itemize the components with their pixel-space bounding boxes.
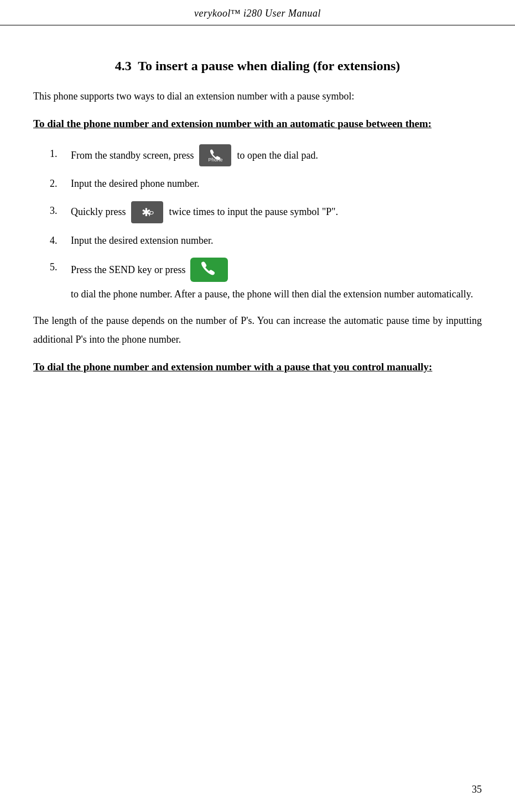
step-2-text: Input the desired phone number. xyxy=(71,178,199,189)
subheading-1: To dial the phone number and extension n… xyxy=(33,114,482,133)
step-1-content: From the standby screen, press Phone to … xyxy=(71,144,482,166)
step-3-text-after: twice times to input the pause symbol "P… xyxy=(169,202,338,221)
step-2-number: 2. xyxy=(50,174,65,193)
call-button-icon xyxy=(190,258,228,282)
step-5-inline: Press the SEND key or press to dial the … xyxy=(71,258,482,303)
star-icon-svg: ✱ P xyxy=(139,204,155,221)
step-1: 1. From the standby screen, press Phone … xyxy=(50,144,482,166)
step-2-content: Input the desired phone number. xyxy=(71,174,482,193)
subheading-2-text: To dial the phone number and extension n… xyxy=(33,361,432,373)
star-button-icon: ✱ P xyxy=(131,201,163,223)
step-4: 4. Input the desired extension number. xyxy=(50,231,482,250)
section-heading: To insert a pause when dialing (for exte… xyxy=(138,59,400,73)
page-number-text: 35 xyxy=(472,784,482,795)
step-3-content: Quickly press ✱ P twice times to input t… xyxy=(71,201,482,223)
step-3-number: 3. xyxy=(50,201,65,220)
subheading-2: To dial the phone number and extension n… xyxy=(33,358,482,376)
phone-button-icon: Phone xyxy=(199,144,231,166)
steps-list: 1. From the standby screen, press Phone … xyxy=(33,144,482,249)
phone-btn-label: Phone xyxy=(208,155,222,165)
step-5-text-after: to dial the phone number. After a pause,… xyxy=(71,285,473,303)
header-italic-text: verykool™ i280 User Manual xyxy=(194,8,321,19)
step-5-content: Press the SEND key or press to dial the … xyxy=(71,258,482,303)
step-4-number: 4. xyxy=(50,231,65,250)
step-5-text-before: Press the SEND key or press xyxy=(71,260,185,279)
header-tm: ™ xyxy=(231,8,241,19)
intro-paragraph: This phone supports two ways to dial an … xyxy=(33,87,482,106)
header-model: i280 User Manual xyxy=(241,8,321,19)
step-5-row: 5. Press the SEND key or press to dial t… xyxy=(50,258,482,303)
step-3-text-before: Quickly press xyxy=(71,202,126,221)
step-5-number: 5. xyxy=(50,258,65,276)
section-title: 4.3 To insert a pause when dialing (for … xyxy=(33,59,482,74)
intro-text: This phone supports two ways to dial an … xyxy=(33,91,354,102)
step-1-text-before: From the standby screen, press xyxy=(71,146,194,165)
page-number: 35 xyxy=(472,784,482,795)
step-1-text-after: to open the dial pad. xyxy=(237,146,318,165)
pause-length-text: The length of the pause depends on the n… xyxy=(33,315,482,345)
step-2: 2. Input the desired phone number. xyxy=(50,174,482,193)
step-3: 3. Quickly press ✱ P twice times to inpu… xyxy=(50,201,482,223)
call-icon-svg xyxy=(199,261,219,278)
step-4-text: Input the desired extension number. xyxy=(71,235,213,246)
step-5: 5. Press the SEND key or press to dial t… xyxy=(33,258,482,303)
svg-text:P: P xyxy=(149,209,154,218)
subheading-1-text: To dial the phone number and extension n… xyxy=(33,118,431,129)
main-content: 4.3 To insert a pause when dialing (for … xyxy=(0,25,515,421)
header-brand: verykool xyxy=(194,8,231,19)
pause-length-paragraph: The length of the pause depends on the n… xyxy=(33,311,482,349)
step-1-number: 1. xyxy=(50,144,65,163)
page-header: verykool™ i280 User Manual xyxy=(0,0,515,25)
section-number: 4.3 xyxy=(115,59,132,73)
step-4-content: Input the desired extension number. xyxy=(71,231,482,250)
